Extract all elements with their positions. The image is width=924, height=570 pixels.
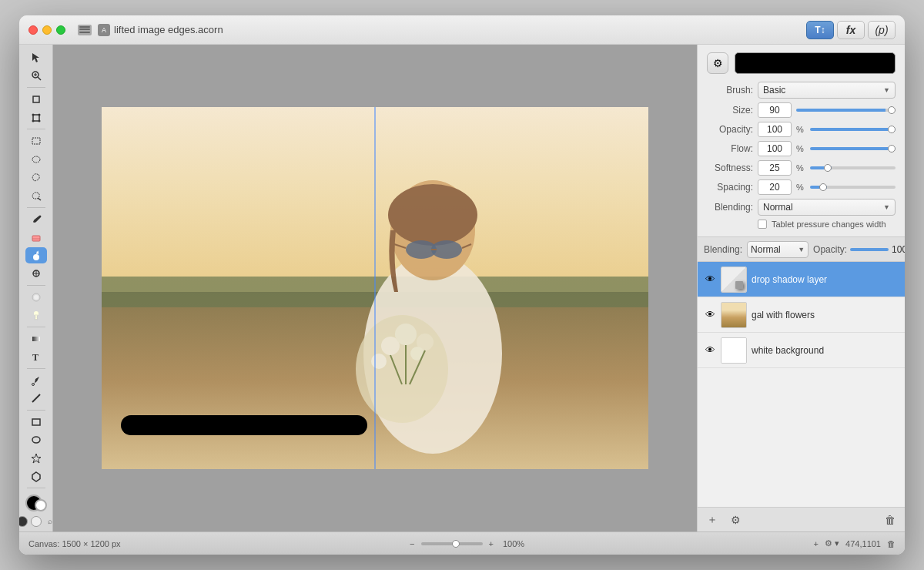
flow-slider[interactable] — [810, 147, 896, 150]
size-row: Size: — [707, 102, 896, 118]
traffic-lights — [28, 25, 65, 35]
brush-tool[interactable] — [25, 247, 47, 264]
layer-thumb-photo — [721, 302, 747, 328]
color-swatch[interactable] — [735, 52, 896, 74]
line-tool[interactable] — [25, 390, 47, 407]
ellipse-select-tool[interactable] — [25, 151, 47, 168]
gradient-tool[interactable] — [25, 330, 47, 347]
smart-select-tool[interactable] — [25, 187, 47, 204]
paint-tool[interactable] — [25, 210, 47, 227]
background-color[interactable] — [35, 499, 47, 511]
svg-point-21 — [34, 295, 38, 300]
minimize-button[interactable] — [42, 25, 52, 35]
trash-status[interactable]: 🗑 — [887, 539, 896, 548]
crop-tool[interactable] — [25, 91, 47, 108]
rect-shape-tool[interactable] — [25, 414, 47, 431]
svg-point-10 — [38, 119, 40, 122]
delete-layer-button[interactable]: 🗑 — [882, 511, 899, 528]
add-layer-button[interactable]: ＋ — [704, 511, 721, 528]
eraser-tool[interactable] — [25, 229, 47, 246]
clone-tool[interactable] — [25, 265, 47, 282]
smudge-tool[interactable] — [25, 307, 47, 324]
zoom-tool[interactable] — [25, 68, 47, 85]
add-layer-status[interactable]: + — [814, 539, 819, 548]
star-tool[interactable] — [25, 450, 47, 467]
settings-status[interactable]: ⚙ ▾ — [825, 538, 839, 548]
maximize-button[interactable] — [56, 25, 65, 35]
opacity-slider[interactable] — [810, 128, 896, 131]
layer-settings-button[interactable]: ⚙ — [727, 511, 744, 528]
lasso-tool[interactable] — [25, 169, 47, 186]
brush-dropdown-arrow: ▼ — [883, 86, 890, 94]
text-tool-header-button[interactable]: T↕ — [806, 21, 834, 39]
spacing-input[interactable] — [758, 179, 792, 195]
right-panel: ⚙ Brush: Basic ▼ Size: — [697, 45, 905, 531]
svg-rect-14 — [32, 236, 40, 241]
canvas — [102, 107, 648, 469]
header-buttons: T↕ fx (p) — [806, 21, 896, 39]
text-tool[interactable]: T — [25, 348, 47, 365]
layer-item-photo[interactable]: 👁 gal with flowers — [698, 297, 905, 333]
opacity-input[interactable] — [758, 122, 792, 137]
left-toolbar: T — [19, 45, 53, 531]
fx-button[interactable]: fx — [837, 21, 865, 39]
color-swatches[interactable] — [25, 495, 47, 511]
zoom-slider[interactable] — [421, 542, 483, 545]
blending-value: Normal — [763, 202, 793, 213]
layer-opacity-section: Opacity: 100% — [813, 244, 905, 255]
svg-rect-27 — [32, 419, 40, 425]
zoom-level: 100% — [503, 539, 524, 548]
status-bar: Canvas: 1500 × 1200 px − + 100% + ⚙ ▾ 47… — [19, 531, 905, 555]
canvas-area[interactable] — [53, 45, 697, 531]
sidebar-toggle-button[interactable] — [78, 25, 92, 35]
color-adjust-icon[interactable] — [19, 516, 28, 527]
svg-rect-52 — [121, 415, 367, 435]
polygon-tool[interactable] — [25, 468, 47, 485]
softness-slider[interactable] — [810, 166, 896, 169]
layer-blend-dropdown[interactable]: Normal ▼ — [747, 241, 808, 258]
white-color-icon[interactable] — [31, 516, 42, 527]
layer-item-background[interactable]: 👁 white background — [698, 333, 905, 368]
layer-opacity-label: Opacity: — [813, 244, 847, 255]
blur-tool[interactable] — [25, 289, 47, 306]
tablet-checkbox[interactable] — [758, 220, 767, 229]
zoom-indicator[interactable]: ⌕ — [45, 516, 54, 527]
layer-eye-dropshadow[interactable]: 👁 — [704, 273, 716, 286]
select-tool[interactable] — [25, 49, 47, 66]
layer-blending-section: Blending: Normal ▼ — [704, 241, 808, 258]
softness-unit: % — [796, 163, 805, 173]
zoom-plus[interactable]: + — [489, 539, 494, 548]
svg-marker-29 — [32, 454, 41, 463]
layer-opacity-slider[interactable] — [850, 248, 889, 251]
size-slider[interactable] — [796, 109, 896, 112]
flow-input[interactable] — [758, 141, 792, 156]
softness-label: Softness: — [707, 163, 753, 173]
svg-rect-23 — [32, 337, 40, 341]
zoom-minus[interactable]: − — [410, 539, 414, 548]
flow-unit: % — [796, 144, 805, 153]
blending-dropdown[interactable]: Normal ▼ — [758, 199, 896, 216]
size-input[interactable] — [758, 102, 792, 118]
brush-color-row: ⚙ — [707, 52, 896, 74]
layer-eye-photo[interactable]: 👁 — [704, 309, 716, 321]
spacing-slider[interactable] — [810, 186, 896, 189]
tablet-label: Tablet pressure changes width — [772, 220, 886, 229]
layer-item-dropshadow[interactable]: 👁 drop shadow layer — [698, 262, 905, 297]
transform-tool[interactable] — [25, 109, 47, 126]
layer-blend-arrow: ▼ — [798, 246, 805, 253]
close-button[interactable] — [28, 25, 38, 35]
brush-label: Brush: — [707, 85, 753, 96]
ellipse-shape-tool[interactable] — [25, 432, 47, 449]
svg-line-2 — [38, 77, 41, 80]
pen-tool[interactable] — [25, 372, 47, 389]
gear-button[interactable]: ⚙ — [707, 52, 728, 74]
script-button[interactable]: (p) — [868, 21, 896, 39]
softness-input[interactable] — [758, 160, 792, 176]
title-file: A lifted image edges.acorn — [98, 24, 223, 36]
brush-dropdown[interactable]: Basic ▼ — [758, 82, 896, 99]
rect-select-tool[interactable] — [25, 132, 47, 149]
layer-toolbar: Blending: Normal ▼ Opacity: 100% — [698, 237, 905, 262]
brush-settings-panel: ⚙ Brush: Basic ▼ Size: — [698, 45, 905, 237]
layer-eye-background[interactable]: 👁 — [704, 344, 716, 357]
svg-marker-0 — [32, 53, 39, 62]
